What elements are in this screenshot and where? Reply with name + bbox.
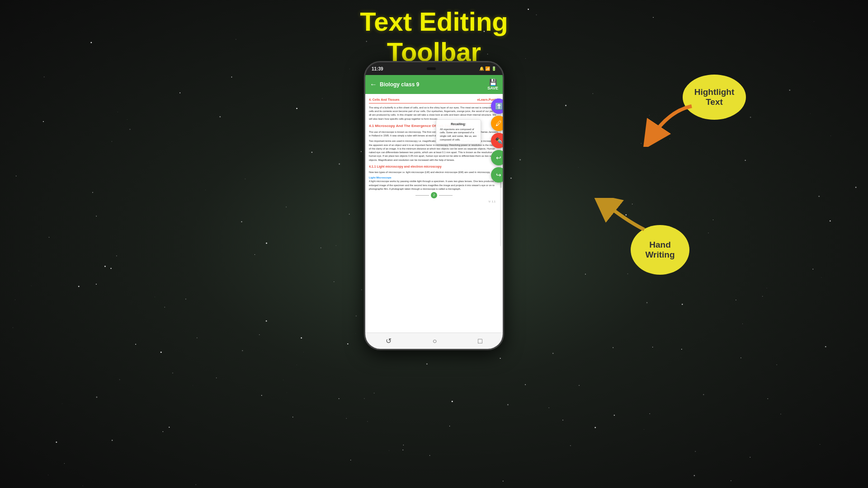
section2-title: 4.1.1 Light microscopy and electron micr…	[369, 164, 499, 169]
highlight-button[interactable]: ⬆️	[491, 99, 504, 114]
status-bar: 11:39 🔔 📶 🔋	[365, 62, 503, 75]
nav-back-button[interactable]: ↺	[386, 337, 392, 345]
save-label[interactable]: SAVE	[487, 86, 498, 90]
recalling-title: Recalling:	[440, 122, 477, 127]
handwriting-callout-area: Hand Writing	[631, 225, 689, 275]
para5: A light microscope works by passing visi…	[369, 179, 499, 191]
light-microscope-link[interactable]: Light Microscope	[369, 176, 499, 179]
header-right: 💾 SAVE	[487, 79, 498, 90]
version-text: V: 1.1	[369, 200, 499, 203]
highlight-callout-area: Hightlight Text	[683, 75, 746, 120]
page-title: Text Editing Toolbar	[360, 7, 508, 67]
para1: The wing of a butterfly is a thin sheet …	[369, 106, 499, 121]
nav-home-button[interactable]: ○	[433, 337, 437, 345]
recalling-popup: Recalling: All organisms are composed of…	[436, 119, 481, 145]
camera-notch	[427, 67, 436, 70]
handwriting-arrow	[594, 198, 649, 234]
app-title: Biology class 9	[380, 81, 419, 88]
redo-button[interactable]: ↪	[491, 167, 504, 183]
para4: Now two types of microscope i.e. light m…	[369, 170, 499, 174]
save-icon[interactable]: 💾	[489, 79, 497, 86]
recalling-text: All organisms are composed of cells. Som…	[440, 128, 477, 142]
highlight-arrow	[642, 102, 696, 147]
undo-button[interactable]: ↩	[491, 150, 504, 165]
chapter-header: 4. Cells And Tissues eLearn.Punjab	[369, 98, 499, 103]
pen-button[interactable]: 🖊	[491, 116, 504, 131]
nav-recent-button[interactable]: □	[478, 337, 482, 345]
page-number: 2	[431, 192, 437, 198]
status-icons: 🔔 📶 🔋	[479, 66, 496, 71]
phone-mockup: 11:39 🔔 📶 🔋 ← Biology class 9 💾 SAVE ⬆️ …	[364, 61, 504, 350]
toolbar-float: ⬆️ 🖊 ✒️ ↩ ↪	[491, 99, 504, 183]
status-time: 11:39	[372, 66, 383, 71]
back-button[interactable]: ←	[370, 80, 377, 89]
marker-button[interactable]: ✒️	[491, 133, 504, 148]
title-line1: Text Editing	[360, 7, 508, 37]
bottom-nav: ↺ ○ □	[365, 333, 503, 349]
app-header: ← Biology class 9 💾 SAVE	[365, 75, 503, 94]
header-left: ← Biology class 9	[370, 80, 419, 89]
phone-frame: 11:39 🔔 📶 🔋 ← Biology class 9 💾 SAVE ⬆️ …	[364, 61, 504, 350]
handwriting-label: Hand Writing	[636, 240, 684, 260]
page-indicator: 2	[369, 191, 499, 200]
chapter-label: 4. Cells And Tissues	[369, 98, 400, 102]
app-content: 4. Cells And Tissues eLearn.Punjab The w…	[365, 94, 503, 333]
content-scroll: 4. Cells And Tissues eLearn.Punjab The w…	[365, 94, 503, 207]
